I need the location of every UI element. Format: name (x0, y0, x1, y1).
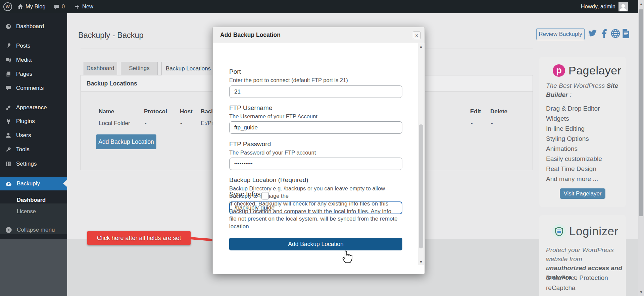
row-cell-protocol: - (145, 120, 147, 127)
loginizer-feature: reCaptcha (546, 284, 576, 292)
scrollbar-down-icon[interactable]: ▼ (638, 290, 644, 294)
sidebar-item-plugins[interactable]: Plugins (0, 114, 67, 128)
tab-settings[interactable]: Settings (121, 62, 158, 75)
pagelayer-tagline: The Best WordPress Site Builder : (546, 81, 622, 99)
sync-infos-checkbox[interactable] (261, 192, 269, 199)
sidebar-item-label: Tools (16, 146, 30, 153)
site-name-label: My Blog (26, 3, 46, 10)
column-header-protocol: Protocol (144, 108, 167, 115)
scroll-down-icon[interactable]: ▼ (418, 260, 424, 264)
comment-bubble-icon (54, 4, 59, 9)
collapse-menu-label: Collapse menu (17, 227, 55, 233)
column-header-name: Name (99, 108, 114, 115)
row-cell-edit[interactable]: - (471, 120, 473, 127)
facebook-icon[interactable] (602, 29, 607, 38)
new-content-menu[interactable]: New (75, 0, 93, 13)
sidebar-item-appearance[interactable]: Appearance (0, 101, 67, 115)
pagelayer-name: Pagelayer (568, 64, 622, 77)
pin-icon (5, 43, 11, 49)
pagelayer-feature: Widgets (546, 115, 569, 122)
sidebar-item-media[interactable]: Media (0, 53, 67, 67)
avatar-image (618, 2, 628, 11)
submenu-item-label: Dashboard (17, 197, 46, 203)
pagelayer-feature: Easily customizable (546, 155, 602, 163)
sidebar-item-comments[interactable]: Comments (0, 81, 67, 95)
pagelayer-logo: p Pagelayer (553, 64, 622, 77)
current-menu-notch (63, 180, 67, 187)
tab-dashboard[interactable]: Dashboard (84, 62, 117, 75)
sidebar-item-label: Appearance (16, 104, 47, 111)
sidebar-item-label: Backuply (17, 180, 40, 187)
scrollbar-up-icon[interactable]: ▲ (638, 2, 644, 6)
row-cell-host: - (180, 120, 182, 127)
comment-icon (5, 85, 11, 91)
port-description: Enter the port to connect (default FTP p… (229, 76, 348, 84)
wordpress-logo-menu[interactable]: W (3, 0, 12, 13)
submenu-item-dashboard[interactable]: Dashboard (0, 194, 67, 205)
ftp-password-input[interactable]: •••••••••• (229, 158, 402, 170)
howdy-menu[interactable]: Howdy, admin (581, 0, 615, 13)
loginizer-name: Loginizer (569, 225, 618, 238)
column-header-host: Host (180, 108, 193, 115)
browser-scrollbar[interactable]: ▲ ▼ (638, 0, 644, 296)
ftp-username-input[interactable]: ftp_guide (229, 121, 402, 134)
sidebar-item-label: Users (16, 132, 31, 139)
sidebar-item-posts[interactable]: Posts (0, 39, 67, 53)
ftp-password-description: The Password of your FTP account (229, 149, 316, 156)
sidebar-item-label: Plugins (16, 118, 35, 125)
document-icon[interactable] (622, 29, 630, 38)
tab-backup-locations[interactable]: Backup Locations (161, 62, 215, 75)
modal-add-backup-location-button[interactable]: Add Backup Location (229, 238, 402, 250)
home-icon (17, 4, 23, 9)
pagelayer-feature: Animations (546, 145, 578, 153)
scroll-up-icon[interactable]: ▲ (418, 45, 424, 48)
close-icon[interactable]: × (413, 32, 420, 39)
pagelayer-p-icon: p (553, 64, 565, 77)
port-input[interactable]: 21 (229, 85, 402, 98)
sidebar-item-settings[interactable]: Settings (0, 157, 67, 171)
howdy-label: Howdy, admin (581, 3, 615, 10)
row-cell-backup-location: E:/Pr (201, 120, 213, 127)
sidebar-item-dashboard[interactable]: Dashboard (0, 19, 67, 34)
collapse-menu-button[interactable]: Collapse menu (0, 223, 67, 237)
row-cell-name: Local Folder (99, 120, 130, 127)
review-backuply-button[interactable]: Review Backuply (536, 28, 585, 40)
sidebar-item-backuply[interactable]: Backuply (0, 177, 67, 190)
loginizer-feature: BruteForce Protection (546, 274, 608, 282)
ftp-username-label: FTP Username (229, 104, 272, 112)
submenu-item-license[interactable]: License (0, 206, 67, 217)
pagelayer-feature: Real Time Design (546, 165, 596, 173)
visit-pagelayer-button[interactable]: Visit Pagelayer (560, 188, 605, 199)
brush-icon (5, 105, 11, 111)
pagelayer-feature: In-line Editing (546, 125, 585, 132)
collapse-arrow-icon (5, 227, 12, 233)
sidebar-item-pages[interactable]: Pages (0, 67, 67, 81)
sync-infos-label: Sync Infos (229, 190, 260, 198)
comment-count: 0 (62, 3, 65, 10)
add-backup-location-button[interactable]: Add Backup Location (96, 134, 156, 149)
backup-location-label: Backup Location (Required) (229, 176, 308, 184)
sidebar-item-users[interactable]: Users (0, 128, 67, 142)
row-cell-delete[interactable]: - (491, 120, 493, 127)
user-avatar[interactable] (618, 0, 628, 13)
sidebar-item-label: Dashboard (16, 23, 44, 30)
sliders-icon (5, 161, 11, 167)
sidebar-item-label: Settings (16, 161, 37, 167)
globe-icon[interactable] (611, 29, 620, 38)
sidebar-below-fold (0, 239, 67, 296)
loginizer-shield-icon (552, 224, 566, 238)
twitter-icon[interactable] (588, 29, 597, 37)
loginizer-promo-card: Loginizer Protect your WordPress website… (539, 215, 626, 296)
ftp-username-description: The Username of your FTP Account (229, 113, 317, 120)
browser-scrollbar-thumb[interactable] (639, 9, 643, 216)
pages-icon (5, 71, 11, 77)
modal-scrollbar[interactable]: ▲ ▼ (418, 43, 424, 265)
column-header-delete: Delete (490, 108, 507, 115)
comments-shortcut[interactable]: 0 (54, 0, 65, 13)
site-name-link[interactable]: My Blog (17, 0, 46, 13)
pagelayer-feature: Drag & Drop Editor (546, 105, 600, 112)
sidebar-item-tools[interactable]: Tools (0, 142, 67, 157)
sidebar-item-label: Pages (16, 71, 32, 77)
modal-title: Add Backup Location (213, 27, 425, 43)
modal-scrollbar-thumb[interactable] (419, 124, 423, 248)
